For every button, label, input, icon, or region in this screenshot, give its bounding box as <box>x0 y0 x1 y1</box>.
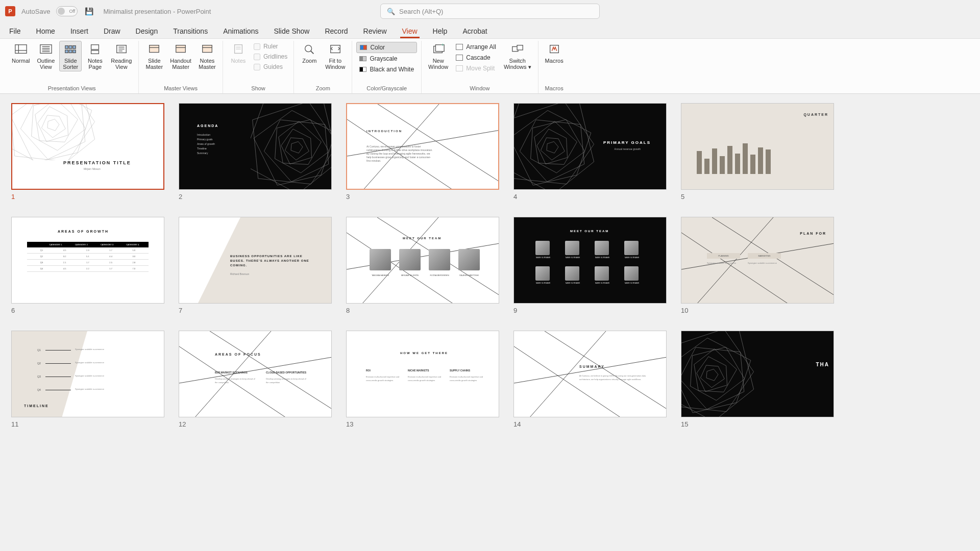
svg-rect-11 <box>65 50 68 53</box>
ribbon-button-fit-to-window[interactable]: Fit toWindow <box>323 41 348 71</box>
ribbon-button-notes-page[interactable]: NotesPage <box>84 41 106 71</box>
svg-marker-44 <box>291 141 303 153</box>
ribbon-button-slide-master[interactable]: SlideMaster <box>143 41 165 71</box>
svg-marker-83 <box>700 365 724 388</box>
tab-insert[interactable]: Insert <box>68 24 90 38</box>
ribbon-button-handout-master[interactable]: HandoutMaster <box>167 41 194 71</box>
ribbon-button-notes: Notes <box>227 41 250 65</box>
slide-number-9: 9 <box>513 307 667 314</box>
slide-number-13: 13 <box>346 420 499 428</box>
svg-line-70 <box>681 233 789 304</box>
slide-number-8: 8 <box>346 307 499 314</box>
svg-marker-37 <box>38 107 68 142</box>
svg-line-78 <box>514 346 621 417</box>
tab-draw[interactable]: Draw <box>102 24 122 38</box>
svg-marker-63 <box>513 110 591 185</box>
slide-cell-13[interactable]: HOW WE GET THEREROIEnvision multi-channe… <box>346 331 499 428</box>
ribbon-button-macros[interactable]: Macros <box>543 41 566 65</box>
ribbon-group-zoom: ZoomFit toWindowZoom <box>294 41 352 93</box>
ribbon-button-reading-view[interactable]: ReadingView <box>108 41 134 71</box>
svg-rect-17 <box>150 45 159 53</box>
slide-thumb-4[interactable]: PRIMARY GOALSAnnual revenue growth <box>513 103 667 190</box>
slide-cell-3[interactable]: INTRODUCTIONAt Contoso, we empower organ… <box>346 103 499 201</box>
slide-thumb-2[interactable]: AGENDAIntroductionPrimary goalsAreas of … <box>179 103 332 190</box>
title-bar: P AutoSave Off 💾 Minimalist presentation… <box>0 0 980 22</box>
svg-rect-33 <box>517 45 523 50</box>
tab-animations[interactable]: Animations <box>221 24 260 38</box>
svg-marker-50 <box>254 110 332 185</box>
slide-thumb-11[interactable]: TIMELINEQ1Synergize scalable e-commerceQ… <box>11 331 164 417</box>
svg-text:+: + <box>441 43 444 47</box>
slide-thumb-9[interactable]: MEET OUR TEAMNAME SURNAMENAME SURNAMENAM… <box>513 217 667 304</box>
ribbon-item-color[interactable]: Color <box>356 42 417 53</box>
slide-thumb-10[interactable]: PLAN FORPLANNINGSynergize scalable e-com… <box>681 217 834 304</box>
slide-cell-6[interactable]: AREAS OF GROWTHCATEGORY 1CATEGORY 2CATEG… <box>11 217 164 314</box>
tab-view[interactable]: View <box>400 24 420 38</box>
search-input[interactable]: 🔍 Search (Alt+Q) <box>380 4 600 19</box>
slide-cell-4[interactable]: PRIMARY GOALSAnnual revenue growth4 <box>513 103 667 201</box>
svg-rect-10 <box>73 46 76 49</box>
ribbon-tabs: FileHomeInsertDrawDesignTransitionsAnima… <box>0 22 980 39</box>
ribbon-button-switch-windows-[interactable]: SwitchWindows ▾ <box>501 41 534 71</box>
tab-slide-show[interactable]: Slide Show <box>272 24 311 38</box>
autosave-toggle[interactable]: Off <box>56 6 78 16</box>
ribbon-item-move-split: Move Split <box>453 63 499 73</box>
ribbon-item-grayscale[interactable]: Grayscale <box>356 54 417 64</box>
tab-help[interactable]: Help <box>431 24 450 38</box>
tab-home[interactable]: Home <box>34 24 57 38</box>
ribbon-button-zoom[interactable]: Zoom <box>298 41 321 65</box>
svg-marker-82 <box>706 369 718 381</box>
slide-cell-1[interactable]: PRESENTATION TITLEMirjam Nilsson1 <box>11 103 164 201</box>
svg-marker-36 <box>41 115 65 138</box>
ribbon-button-notes-master[interactable]: NotesMaster <box>196 41 218 71</box>
ribbon-group-window: +NewWindowArrange AllCascadeMove SplitSw… <box>422 41 538 93</box>
slide-thumb-15[interactable]: THA <box>681 331 834 417</box>
svg-line-27 <box>311 51 314 54</box>
ribbon-check-ruler[interactable]: Ruler <box>252 42 289 51</box>
slide-number-11: 11 <box>11 420 164 428</box>
slide-cell-9[interactable]: MEET OUR TEAMNAME SURNAMENAME SURNAMENAM… <box>513 217 667 314</box>
slide-thumb-8[interactable]: MEET OUR TEAMTAKUMA HAYASHIMIRJAM NILSSO… <box>346 217 499 304</box>
ribbon-check-gridlines[interactable]: Gridlines <box>252 52 289 61</box>
tab-record[interactable]: Record <box>323 24 350 38</box>
ribbon-item-arrange-all[interactable]: Arrange All <box>453 42 499 52</box>
slide-number-1: 1 <box>11 193 164 201</box>
slide-thumb-1[interactable]: PRESENTATION TITLEMirjam Nilsson <box>11 103 164 190</box>
ribbon-button-normal[interactable]: Normal <box>9 41 32 65</box>
ribbon-button-outline-view[interactable]: OutlineView <box>34 41 57 71</box>
ribbon-button-new-window[interactable]: +NewWindow <box>426 41 451 71</box>
ribbon-check-guides[interactable]: Guides <box>252 62 289 71</box>
ribbon-item-black-and-white[interactable]: Black and White <box>356 64 417 74</box>
powerpoint-app-icon: P <box>5 6 15 16</box>
ribbon-item-cascade[interactable]: Cascade <box>453 53 499 63</box>
svg-marker-57 <box>547 141 558 153</box>
save-icon[interactable]: 💾 <box>84 6 94 16</box>
slide-sorter[interactable]: PRESENTATION TITLEMirjam Nilsson1AGENDAI… <box>0 94 980 437</box>
tab-transitions[interactable]: Transitions <box>171 24 210 38</box>
slide-cell-2[interactable]: AGENDAIntroductionPrimary goalsAreas of … <box>179 103 332 201</box>
slide-thumb-6[interactable]: AREAS OF GROWTHCATEGORY 1CATEGORY 2CATEG… <box>11 217 164 304</box>
ribbon-group-color-grayscale: ColorGrayscaleBlack and WhiteColor/Grays… <box>352 41 422 93</box>
slide-cell-14[interactable]: SUMMARYAt Contoso, we believe in giving … <box>513 331 667 428</box>
tab-review[interactable]: Review <box>361 24 389 38</box>
slide-cell-8[interactable]: MEET OUR TEAMTAKUMA HAYASHIMIRJAM NILSSO… <box>346 217 499 314</box>
svg-rect-12 <box>69 50 72 53</box>
slide-cell-11[interactable]: TIMELINEQ1Synergize scalable e-commerceQ… <box>11 331 164 428</box>
slide-thumb-5[interactable]: QUARTER <box>681 103 834 190</box>
tab-acrobat[interactable]: Acrobat <box>460 24 489 38</box>
search-placeholder: Search (Alt+Q) <box>399 8 443 15</box>
slide-cell-5[interactable]: QUARTER5 <box>681 103 834 201</box>
slide-thumb-14[interactable]: SUMMARYAt Contoso, we believe in giving … <box>513 331 667 417</box>
slide-thumb-7[interactable]: BUSINESS OPPORTUNITIES ARE LIKE BUSES. T… <box>179 217 332 304</box>
slide-thumb-12[interactable]: AREAS OF FOCUSB2B MARKET SCENARIOSDevelo… <box>179 331 332 417</box>
tab-file[interactable]: File <box>7 24 23 38</box>
slide-thumb-3[interactable]: INTRODUCTIONAt Contoso, we empower organ… <box>346 103 499 190</box>
slide-thumb-13[interactable]: HOW WE GET THEREROIEnvision multi-channe… <box>346 331 499 417</box>
tab-design[interactable]: Design <box>134 24 160 38</box>
slide-cell-7[interactable]: BUSINESS OPPORTUNITIES ARE LIKE BUSES. T… <box>179 217 332 314</box>
slide-number-5: 5 <box>681 193 834 201</box>
slide-cell-12[interactable]: AREAS OF FOCUSB2B MARKET SCENARIOSDevelo… <box>179 331 332 428</box>
ribbon-button-slide-sorter[interactable]: SlideSorter <box>59 41 82 71</box>
slide-cell-15[interactable]: THA15 <box>681 331 834 428</box>
slide-cell-10[interactable]: PLAN FORPLANNINGSynergize scalable e-com… <box>681 217 834 314</box>
